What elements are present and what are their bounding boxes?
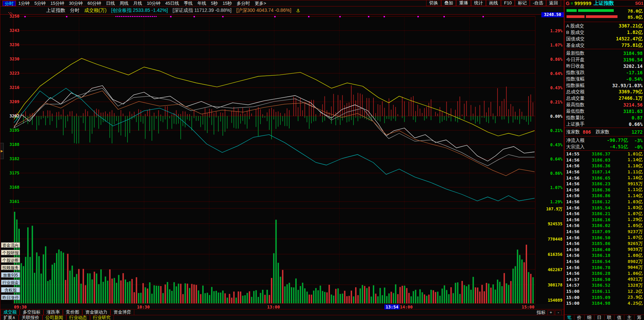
menu-item-7[interactable]: 日线 bbox=[104, 1, 117, 6]
pressure-up-bar bbox=[417, 105, 418, 116]
tick-row-16[interactable]: 14:563185.869265万 bbox=[564, 241, 644, 247]
tick-row-18[interactable]: 14:563186.181.08亿 bbox=[564, 252, 644, 259]
toolbar-button-5[interactable]: 画线 bbox=[486, 0, 501, 6]
toolbar-button-9[interactable]: 返回 bbox=[546, 0, 561, 6]
menu-item-17[interactable]: 更多> bbox=[253, 1, 269, 6]
tick-row-10[interactable]: 14:563185.541.03亿 bbox=[564, 205, 644, 211]
pressure-down-bar bbox=[121, 116, 121, 135]
tick-row-5[interactable]: 14:563186.651.16亿 bbox=[564, 175, 644, 181]
tick-row-6[interactable]: 14:563186.239915万 bbox=[564, 181, 644, 187]
panel-tab-筹[interactable]: 筹 bbox=[634, 315, 644, 320]
menu-item-9[interactable]: 月线 bbox=[131, 1, 144, 6]
pressure-down-bar bbox=[192, 116, 192, 130]
menu-item-4[interactable]: 15分钟 bbox=[48, 1, 66, 6]
tick-row-11[interactable]: 14:563186.211.07亿 bbox=[564, 211, 644, 217]
menu-item-10[interactable]: 10分钟 bbox=[144, 1, 163, 6]
tick-row-20[interactable]: 14:563186.789046万 bbox=[564, 264, 644, 270]
tick-row-1[interactable]: 14:553186.371.01亿 bbox=[564, 151, 644, 157]
tab-资金驱动力[interactable]: 资金驱动力 bbox=[82, 310, 110, 315]
menu-item-2[interactable]: 1分钟 bbox=[16, 1, 32, 6]
tick-row-21[interactable]: 14:563186.281.06亿 bbox=[564, 270, 644, 277]
menu-item-6[interactable]: 60分钟 bbox=[85, 1, 103, 6]
menu-item-3[interactable]: 5分钟 bbox=[32, 1, 48, 6]
tick-time: 14:56 bbox=[566, 253, 582, 258]
dock-button-昨日涨停[interactable]: 昨日涨停 bbox=[1, 295, 20, 300]
volume-bar bbox=[307, 291, 308, 303]
tab-资金博弈[interactable]: 资金博弈 bbox=[110, 310, 134, 315]
toolbar-button-3[interactable]: 重播 bbox=[456, 0, 471, 6]
dock-button-行业掘金[interactable]: 行业掘金 bbox=[1, 280, 20, 285]
menu-item-15[interactable]: 15秒 bbox=[220, 1, 234, 6]
tab-多空指标[interactable]: 多空指标 bbox=[20, 310, 43, 315]
dock-button-投顾服务[interactable]: 投顾服务 bbox=[1, 265, 20, 270]
tab-扩展∧[interactable]: 扩展∧ bbox=[0, 315, 19, 320]
tab-成交额[interactable]: 成交额 bbox=[0, 310, 20, 315]
panel-tab-日[interactable]: 日 bbox=[594, 315, 604, 320]
menu-item-11[interactable]: 45日线 bbox=[163, 1, 181, 6]
toolbar-button-8[interactable]: -自选 bbox=[530, 0, 546, 6]
tick-row-26[interactable]: 15:003184.984.25亿 bbox=[564, 300, 644, 306]
panel-tab-值[interactable]: 值 bbox=[614, 315, 624, 320]
tab-涨跌率[interactable]: 涨跌率 bbox=[43, 310, 63, 315]
expand-handle-icon[interactable]: ▶ bbox=[0, 143, 4, 159]
dock-button-放量935[interactable]: 放量935 bbox=[1, 272, 20, 278]
tab-公司新闻[interactable]: 公司新闻 bbox=[42, 315, 66, 320]
tick-row-14[interactable]: 14:563187.099237万 bbox=[564, 229, 644, 235]
dock-button-个股诊断[interactable]: 个股诊断 bbox=[1, 257, 20, 263]
toolbar-button-4[interactable]: 统计 bbox=[471, 0, 486, 6]
menu-item-14[interactable]: 5秒 bbox=[209, 1, 220, 6]
header-item-5: [深证成指 11712.39 -0.88%] bbox=[173, 7, 231, 14]
tick-row-19[interactable]: 14:563186.548902万 bbox=[564, 259, 644, 265]
panel-tab-主[interactable]: 主 bbox=[624, 315, 634, 320]
tick-row-4[interactable]: 14:563187.141.11亿 bbox=[564, 169, 644, 175]
menu-item-16[interactable]: 多分时 bbox=[234, 1, 253, 6]
indicator-remove-button[interactable]: - bbox=[555, 310, 562, 315]
pressure-down-bar bbox=[223, 116, 223, 136]
pressure-down-bar bbox=[480, 116, 480, 124]
panel-tab-细[interactable]: 细 bbox=[585, 315, 594, 320]
tick-row-15[interactable]: 14:563186.501.07亿 bbox=[564, 234, 644, 241]
panel-tab-联[interactable]: 联 bbox=[605, 315, 614, 320]
panel-tab-价[interactable]: 价 bbox=[574, 315, 584, 320]
intraday-chart[interactable]: 3250324332363230322332163209320231953188… bbox=[0, 15, 564, 304]
menu-item-13[interactable]: 年线 bbox=[195, 1, 209, 6]
menu-item-5[interactable]: 30分钟 bbox=[67, 1, 85, 6]
tick-row-24[interactable]: 15:003186.1112.2亿 bbox=[564, 288, 644, 295]
dock-button-含权股[interactable]: 含权股 bbox=[1, 287, 20, 293]
tab-行业动态[interactable]: 行业动态 bbox=[66, 315, 90, 320]
tick-row-12[interactable]: 14:563186.161.29亿 bbox=[564, 217, 644, 223]
toolbar-button-1[interactable]: 切换 bbox=[426, 0, 441, 6]
menu-item-12[interactable]: 季线 bbox=[181, 1, 195, 6]
tick-row-9[interactable]: 14:563186.121.03亿 bbox=[564, 199, 644, 205]
pressure-down-bar bbox=[220, 116, 221, 121]
anchor-icon[interactable]: ⚓ bbox=[296, 8, 300, 13]
menu-item-8[interactable]: 周线 bbox=[117, 1, 131, 6]
tick-row-7[interactable]: 14:563186.361.11亿 bbox=[564, 187, 644, 193]
menu-item-1[interactable]: 分时 bbox=[2, 1, 16, 6]
tick-row-13[interactable]: 14:563186.021.05亿 bbox=[564, 223, 644, 229]
indicator-add-button[interactable]: + bbox=[547, 310, 554, 315]
tick-row-22[interactable]: 14:573186.504921万 bbox=[564, 277, 644, 283]
pressure-up-bar bbox=[52, 114, 53, 116]
pressure-up-bar bbox=[274, 109, 274, 116]
tab-行业研究[interactable]: 行业研究 bbox=[90, 315, 114, 320]
tick-row-23[interactable]: 14:573186.521328万 bbox=[564, 282, 644, 288]
toolbar-button-2[interactable]: 叠加 bbox=[441, 0, 456, 6]
toolbar-button-7[interactable]: 标记 bbox=[515, 0, 530, 6]
tick-row-2[interactable]: 14:563186.031.14亿 bbox=[564, 157, 644, 163]
tick-row-8[interactable]: 14:563186.861.14亿 bbox=[564, 193, 644, 199]
chart-canvas[interactable] bbox=[0, 15, 564, 304]
toolbar-button-6[interactable]: F10 bbox=[501, 0, 515, 6]
tick-row-17[interactable]: 14:563186.409039万 bbox=[564, 247, 644, 253]
tick-row-3[interactable]: 14:563186.361.10亿 bbox=[564, 163, 644, 169]
header-item-2[interactable]: 分时 bbox=[70, 7, 80, 14]
dock-button-个股研报[interactable]: 个股研报 bbox=[1, 250, 20, 255]
panel-tab-笔[interactable]: 笔 bbox=[564, 315, 574, 320]
header-item-1[interactable]: 上证指数 bbox=[46, 7, 65, 14]
magenta-dot bbox=[145, 16, 146, 17]
tab-竞价图[interactable]: 竞价图 bbox=[63, 310, 82, 315]
tick-row-25[interactable]: 15:003185.0923.9亿 bbox=[564, 294, 644, 300]
tab-关联报价[interactable]: 关联报价 bbox=[19, 315, 42, 320]
hamburger-icon[interactable]: ≡ bbox=[571, 1, 573, 6]
dock-button-资金流向[interactable]: 资金流向 bbox=[1, 242, 20, 248]
